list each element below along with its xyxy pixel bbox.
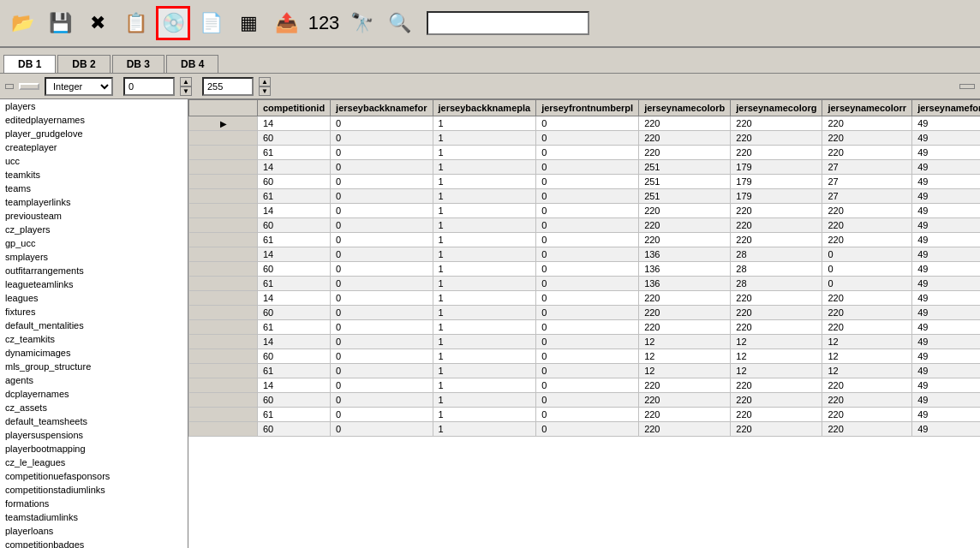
table-row[interactable]: 6001025117927491: [189, 175, 981, 189]
search-icon[interactable]: 🔍: [382, 6, 416, 40]
db-tab-db4[interactable]: DB 4: [166, 55, 218, 73]
table-row[interactable]: ▶14010220220220491: [189, 116, 981, 131]
table-row[interactable]: 61010121212491: [189, 364, 981, 378]
sidebar-item-agents[interactable]: agents: [0, 373, 188, 387]
table-row[interactable]: 61010220220220491: [189, 320, 981, 335]
table-row[interactable]: 14010121212491: [189, 335, 981, 349]
sidebar-item-gp_ucc[interactable]: gp_ucc: [0, 236, 188, 250]
table-area[interactable]: competitionidjerseybackknameforjerseybac…: [188, 99, 980, 548]
sidebar-item-competitionuefasponsors[interactable]: competitionuefasponsors: [0, 469, 188, 483]
sidebar-item-createplayer[interactable]: createplayer: [0, 140, 188, 154]
search-input[interactable]: [427, 11, 589, 35]
max-decrement-button[interactable]: ▼: [259, 86, 271, 96]
table-row[interactable]: 60010220220220491: [189, 218, 981, 233]
sidebar-item-fixtures[interactable]: fixtures: [0, 305, 188, 319]
sidebar-item-teamstadiumlinks[interactable]: teamstadiumlinks: [0, 510, 188, 524]
table-row[interactable]: 14010220220220491: [189, 204, 981, 218]
jerseybackknamepla-cell: 1: [433, 306, 536, 320]
jerseynamecolorr-cell: 27: [822, 189, 912, 204]
sidebar-item-default_teamsheets[interactable]: default_teamsheets: [0, 414, 188, 428]
db-tab-db1[interactable]: DB 1: [3, 55, 56, 73]
sidebar-item-leagueteamlinks[interactable]: leagueteamlinks: [0, 277, 188, 291]
competitionid-cell: 14: [258, 160, 331, 175]
sidebar-item-dynamicimages[interactable]: dynamicimages: [0, 346, 188, 360]
shortsr-label: [5, 84, 14, 89]
import-single-table-button[interactable]: [19, 83, 39, 90]
jerseynamecolorb-cell: 220: [639, 408, 731, 422]
table-row[interactable]: 60010220220220491: [189, 393, 981, 408]
db-tab-db2[interactable]: DB 2: [57, 55, 110, 73]
arrow-cell: [189, 378, 258, 393]
sidebar-item-previousteam[interactable]: previousteam: [0, 209, 188, 223]
min-decrement-button[interactable]: ▼: [180, 86, 192, 96]
binoculars-icon[interactable]: 🔭: [344, 6, 379, 40]
jerseyfrontnumberpl-cell: 0: [536, 175, 639, 189]
table-row[interactable]: 60010121212491: [189, 349, 981, 364]
sidebar-item-smplayers[interactable]: smplayers: [0, 250, 188, 264]
sidebar-item-playersuspensions[interactable]: playersuspensions: [0, 428, 188, 442]
close-icon[interactable]: ✖: [81, 6, 115, 40]
min-increment-button[interactable]: ▲: [180, 77, 192, 86]
sidebar-item-formations[interactable]: formations: [0, 497, 188, 510]
table-row[interactable]: 61010220220220491: [189, 233, 981, 247]
sidebar-item-leagues[interactable]: leagues: [0, 291, 188, 305]
sidebar-item-competitionstadiumlinks[interactable]: competitionstadiumlinks: [0, 483, 188, 497]
table-row[interactable]: 60010220220220491: [189, 131, 981, 146]
sidebar-item-editedplayernames[interactable]: editedplayernames: [0, 113, 188, 127]
min-input[interactable]: [123, 77, 175, 96]
table-icon[interactable]: ▦: [231, 6, 266, 40]
version-label: [959, 84, 975, 89]
sidebar-item-outfitarrangements[interactable]: outfitarrangements: [0, 264, 188, 277]
sidebar-item-teams[interactable]: teams: [0, 182, 188, 195]
type-dropdown[interactable]: Integer String Float: [45, 77, 113, 96]
sidebar-item-competitionbadges[interactable]: competitionbadges: [0, 538, 188, 548]
jerseybackknamepla-cell: 1: [433, 422, 536, 437]
table-row[interactable]: 61010136280491: [189, 277, 981, 291]
table-row[interactable]: 61010220220220491: [189, 408, 981, 422]
copy-icon[interactable]: 📄: [194, 6, 228, 40]
table-row[interactable]: 61010220220220491: [189, 146, 981, 160]
sidebar-item-default_mentalities[interactable]: default_mentalities: [0, 319, 188, 332]
table-row[interactable]: 14010136280491: [189, 247, 981, 262]
open-icon[interactable]: 📂: [5, 6, 39, 40]
jerseyfrontnumberpl-cell: 0: [536, 393, 639, 408]
jerseyfrontnumberpl-cell: 0: [536, 277, 639, 291]
max-input[interactable]: [202, 77, 254, 96]
num-icon[interactable]: 123: [307, 6, 341, 40]
save-icon[interactable]: 💾: [43, 6, 77, 40]
max-increment-button[interactable]: ▲: [259, 77, 271, 86]
jerseynamecolorg-cell: 220: [731, 204, 822, 218]
sidebar-item-teamkits[interactable]: teamkits: [0, 168, 188, 182]
table-row[interactable]: 1401025117927491: [189, 160, 981, 175]
sidebar-item-players[interactable]: players: [0, 99, 188, 113]
db-tab-db3[interactable]: DB 3: [112, 55, 164, 73]
jerseynamecolorg-cell: 220: [731, 116, 822, 131]
export-icon[interactable]: 📤: [269, 6, 303, 40]
sidebar-item-mls_group_structure[interactable]: mls_group_structure: [0, 360, 188, 373]
sidebar-item-cz_players[interactable]: cz_players: [0, 223, 188, 236]
competitionid-cell: 61: [258, 364, 331, 378]
table-row[interactable]: 6101025117927491: [189, 189, 981, 204]
jerseybackknamefor-cell: 0: [331, 116, 433, 131]
sidebar-item-cz_le_leagues[interactable]: cz_le_leagues: [0, 456, 188, 469]
table-row[interactable]: 60010220220220491: [189, 306, 981, 320]
sidebar-item-playerloans[interactable]: playerloans: [0, 524, 188, 538]
sidebar-item-cz_teamkits[interactable]: cz_teamkits: [0, 332, 188, 346]
sidebar-item-teamplayerlinks[interactable]: teamplayerlinks: [0, 195, 188, 209]
table-row[interactable]: 60010220220220491: [189, 422, 981, 437]
sidebar-item-player_grudgelove[interactable]: player_grudgelove: [0, 127, 188, 140]
sidebar-item-cz_assets[interactable]: cz_assets: [0, 401, 188, 414]
table-row[interactable]: 14010220220220491: [189, 291, 981, 306]
table-row[interactable]: 14010220220220491: [189, 378, 981, 393]
table-row[interactable]: 60010136280491: [189, 262, 981, 277]
sidebar-item-ucc[interactable]: ucc: [0, 154, 188, 168]
sidebar-item-dcplayernames[interactable]: dcplayernames: [0, 387, 188, 401]
jerseynamecolorr-cell: 220: [822, 422, 912, 437]
list-icon[interactable]: 📋: [118, 6, 152, 40]
arrow-cell: [189, 262, 258, 277]
jerseynamecolorr-cell: 220: [822, 408, 912, 422]
jerseynamefonttype-cell: 49: [912, 306, 980, 320]
db-icon[interactable]: 💿: [156, 6, 190, 40]
sidebar-item-playerbootmapping[interactable]: playerbootmapping: [0, 442, 188, 456]
arrow-cell: [189, 247, 258, 262]
